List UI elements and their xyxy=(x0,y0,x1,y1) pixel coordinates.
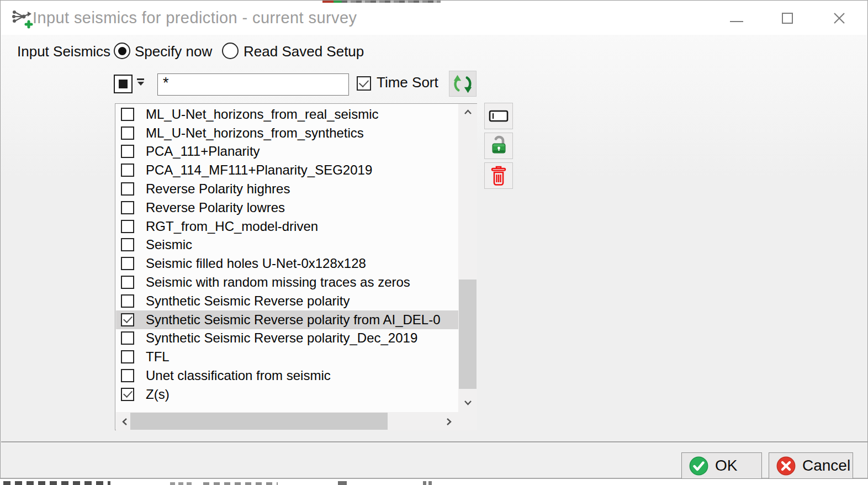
radio-read-saved-setup[interactable] xyxy=(222,43,239,59)
dropdown-arrow-icon[interactable] xyxy=(136,78,145,86)
item-label: Reverse Polarity highres xyxy=(146,181,290,197)
list-item[interactable]: RGT_from_HC_model-driven xyxy=(116,217,458,236)
rename-button[interactable] xyxy=(484,103,513,129)
refresh-icon xyxy=(452,73,473,94)
seismic-list-rows: ML_U-Net_horizons_from_real_seismic ML_U… xyxy=(116,105,458,411)
minimize-icon xyxy=(730,21,743,22)
item-checkbox[interactable] xyxy=(121,257,134,270)
refresh-button[interactable] xyxy=(449,71,477,97)
input-seismics-options-row: Input Seismics Specify now Read Saved Se… xyxy=(1,41,868,62)
item-checkbox[interactable] xyxy=(121,369,134,382)
input-seismics-dialog: Input seismics for prediction - current … xyxy=(0,0,868,479)
item-label: Unet classification from seismic xyxy=(146,368,331,383)
delete-button[interactable] xyxy=(484,162,513,189)
item-label: Synthetic Seismic Reverse polarity_Dec_2… xyxy=(146,330,417,346)
radio-specify-now-label[interactable]: Specify now xyxy=(135,43,212,60)
item-checkbox[interactable] xyxy=(121,201,134,214)
scrollbar-corner xyxy=(458,412,477,430)
item-label: Synthetic Seismic Reverse polarity xyxy=(146,293,350,309)
list-item[interactable]: PCA_111+Planarity xyxy=(116,143,458,161)
item-checkbox[interactable] xyxy=(121,145,134,158)
filter-row: Time Sort xyxy=(1,71,868,97)
scroll-right-icon[interactable] xyxy=(445,418,452,425)
list-item[interactable]: Seismic filled holes U-Net-0x128x128 xyxy=(116,254,458,273)
minimize-button[interactable] xyxy=(719,1,754,35)
trash-icon xyxy=(489,165,509,187)
list-item[interactable]: Reverse Polarity lowres xyxy=(116,198,458,217)
cancel-label: Cancel xyxy=(802,457,850,475)
item-label: Synthetic Seismic Reverse polarity from … xyxy=(146,312,441,328)
item-checkbox[interactable] xyxy=(121,182,134,196)
ok-button[interactable]: OK xyxy=(681,452,762,479)
filter-input[interactable] xyxy=(157,73,349,96)
list-item[interactable]: Seismic xyxy=(116,236,458,255)
radio-read-saved-setup-label[interactable]: Read Saved Setup xyxy=(244,43,364,60)
item-checkbox[interactable] xyxy=(121,388,134,401)
time-sort-checkbox[interactable] xyxy=(357,76,371,91)
item-label: RGT_from_HC_model-driven xyxy=(146,219,318,234)
item-checkbox[interactable] xyxy=(121,220,134,233)
title-bar[interactable]: Input seismics for prediction - current … xyxy=(1,1,867,35)
rename-field-icon xyxy=(488,108,510,124)
item-checkbox[interactable] xyxy=(121,313,134,326)
footer-separator xyxy=(1,441,867,443)
scroll-down-icon[interactable] xyxy=(464,399,471,406)
screen: Input seismics for prediction - current … xyxy=(0,0,868,485)
scroll-up-icon[interactable] xyxy=(464,109,471,116)
item-checkbox[interactable] xyxy=(121,108,134,121)
vertical-scroll-thumb[interactable] xyxy=(459,280,477,389)
cancel-x-icon xyxy=(776,456,796,476)
horizontal-scrollbar[interactable] xyxy=(116,412,458,430)
scroll-left-icon[interactable] xyxy=(121,418,129,425)
list-item[interactable]: Seismic with random missing traces as ze… xyxy=(116,273,458,292)
maximize-button[interactable] xyxy=(770,1,805,35)
list-item[interactable]: PCA_114_MF111+Planarity_SEG2019 xyxy=(116,161,458,180)
unlock-icon xyxy=(488,135,510,157)
list-item[interactable]: Synthetic Seismic Reverse polarity from … xyxy=(116,310,458,329)
item-label: ML_U-Net_horizons_from_real_seismic xyxy=(146,107,379,122)
seismic-listbox: ML_U-Net_horizons_from_real_seismic ML_U… xyxy=(115,103,477,430)
dialog-title: Input seismics for prediction - current … xyxy=(33,1,357,35)
unlock-button[interactable] xyxy=(484,133,513,159)
input-seismics-label: Input Seismics xyxy=(17,43,110,60)
item-checkbox[interactable] xyxy=(121,126,134,140)
item-checkbox[interactable] xyxy=(121,276,134,289)
item-checkbox[interactable] xyxy=(121,331,134,345)
filled-square-icon xyxy=(119,80,128,88)
ok-label: OK xyxy=(715,457,737,475)
item-checkbox[interactable] xyxy=(121,238,134,251)
list-item[interactable]: ML_U-Net_horizons_from_synthetics xyxy=(116,124,458,143)
item-label: TFL xyxy=(146,349,170,365)
time-sort-label[interactable]: Time Sort xyxy=(377,74,438,91)
item-checkbox[interactable] xyxy=(121,294,134,308)
list-item[interactable]: Unet classification from seismic xyxy=(116,366,458,385)
maximize-icon xyxy=(782,13,793,24)
item-label: PCA_111+Planarity xyxy=(146,144,260,159)
list-item[interactable]: ML_U-Net_horizons_from_real_seismic xyxy=(116,105,458,124)
item-checkbox[interactable] xyxy=(121,350,134,363)
item-label: Seismic filled holes U-Net-0x128x128 xyxy=(146,256,366,271)
list-item[interactable]: TFL xyxy=(116,347,458,366)
list-item[interactable]: Z(s) xyxy=(116,385,458,404)
list-item[interactable]: Reverse Polarity highres xyxy=(116,180,458,198)
list-item[interactable]: Synthetic Seismic Reverse polarity xyxy=(116,292,458,310)
item-label: PCA_114_MF111+Planarity_SEG2019 xyxy=(146,162,372,178)
branch-add-icon xyxy=(11,8,33,29)
background-window-fragment-top xyxy=(322,1,441,3)
horizontal-scroll-thumb[interactable] xyxy=(130,413,388,430)
item-checkbox[interactable] xyxy=(121,164,134,177)
close-icon xyxy=(833,12,846,25)
list-type-button[interactable] xyxy=(114,75,133,93)
item-label: Seismic with random missing traces as ze… xyxy=(146,275,410,290)
item-label: Seismic xyxy=(146,237,192,252)
background-window-fragment-bottom xyxy=(0,480,868,485)
ok-check-icon xyxy=(689,456,708,476)
item-label: ML_U-Net_horizons_from_synthetics xyxy=(146,125,364,141)
item-label: Z(s) xyxy=(146,387,170,402)
list-item[interactable]: Synthetic Seismic Reverse polarity_Dec_2… xyxy=(116,329,458,348)
item-label: Reverse Polarity lowres xyxy=(146,200,285,215)
radio-specify-now[interactable] xyxy=(114,43,130,59)
cancel-button[interactable]: Cancel xyxy=(769,452,853,479)
close-button[interactable] xyxy=(822,1,857,35)
vertical-scrollbar[interactable] xyxy=(458,104,477,412)
